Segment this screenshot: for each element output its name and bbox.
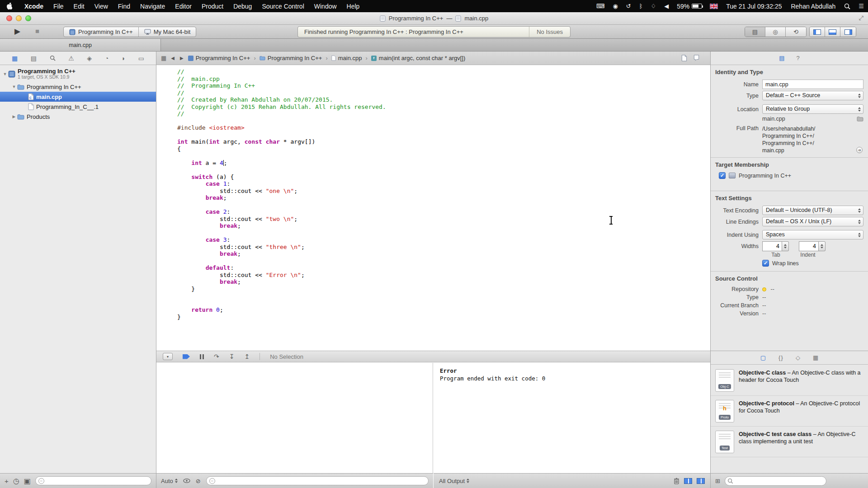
code-line[interactable]: std::cout << "two \n";: [177, 216, 710, 223]
battery-menu-item[interactable]: 59%: [673, 3, 706, 10]
fullscreen-icon[interactable]: ⤢: [859, 14, 863, 22]
filter-scope-icon[interactable]: –: [38, 478, 44, 484]
code-line[interactable]: }: [177, 286, 710, 293]
code-line[interactable]: std::cout << "one \n";: [177, 188, 710, 195]
code-line[interactable]: return 0;: [177, 306, 710, 314]
breadcrumb-project[interactable]: Programming In C++: [188, 55, 250, 61]
time-machine-menu-icon[interactable]: ↺: [622, 3, 635, 9]
code-line[interactable]: [177, 131, 710, 139]
indent-width-stepper[interactable]: [799, 241, 826, 251]
code-line[interactable]: std::cout << "Error \n";: [177, 272, 710, 279]
apple-menu-icon[interactable]: [0, 3, 19, 9]
disclosure-closed-icon[interactable]: ▶: [11, 114, 17, 119]
input-language-flag-icon[interactable]: [706, 4, 722, 9]
related-items-icon[interactable]: ▦: [161, 55, 166, 61]
comment-doc-icon[interactable]: [693, 55, 699, 61]
code-line[interactable]: }: [177, 314, 710, 321]
console-output[interactable]: Error Program ended with exit code: 0: [434, 363, 710, 473]
code-line[interactable]: break;: [177, 222, 710, 230]
go-forward-button[interactable]: ▶: [179, 56, 184, 61]
version-editor-button[interactable]: ⟲: [786, 27, 806, 37]
scheme-segment[interactable]: Programming In C++: [64, 27, 138, 37]
toggle-utilities-button[interactable]: [840, 27, 856, 37]
code-line[interactable]: //: [177, 68, 710, 75]
code-line[interactable]: //: [177, 89, 710, 97]
output-scope-dropdown[interactable]: All Output: [439, 478, 469, 484]
pause-button[interactable]: [200, 354, 204, 359]
code-snippet-library-icon[interactable]: { }: [778, 354, 783, 361]
code-line[interactable]: break;: [177, 278, 710, 286]
scm-status-icon[interactable]: ▣: [24, 477, 31, 485]
indent-using-dropdown[interactable]: Spaces: [762, 230, 863, 239]
step-out-button[interactable]: ↥: [244, 353, 250, 360]
clear-console-trash-icon[interactable]: [674, 478, 679, 484]
wrap-lines-checkbox[interactable]: ✓: [762, 260, 769, 267]
step-into-button[interactable]: ↧: [229, 353, 235, 360]
tab-width-stepper[interactable]: [762, 241, 789, 251]
toggle-debug-area-button[interactable]: [825, 27, 840, 37]
code-line[interactable]: // Created by Rehan Abdullah on 20/07/20…: [177, 96, 710, 103]
counterpart-file-icon[interactable]: [681, 55, 687, 61]
code-line[interactable]: int main(int argc, const char * argv[]): [177, 138, 710, 145]
menu-debug[interactable]: Debug: [228, 0, 257, 12]
tab-width-field[interactable]: [762, 241, 782, 251]
tree-row-project[interactable]: ▼ Programming In C++ 1 target, OS X SDK …: [0, 66, 156, 82]
code-line[interactable]: [177, 292, 710, 300]
code-line[interactable]: [177, 152, 710, 160]
code-line[interactable]: break;: [177, 250, 710, 258]
add-icon[interactable]: +: [5, 477, 9, 485]
scheme-selector[interactable]: Programming In C++ My Mac 64-bit: [63, 27, 196, 37]
test-navigator-icon[interactable]: ◈: [87, 55, 92, 62]
spotlight-search-icon[interactable]: [840, 3, 854, 9]
name-field[interactable]: [762, 80, 863, 89]
code-line[interactable]: [177, 202, 710, 209]
hide-debug-area-button[interactable]: ▾: [163, 353, 173, 360]
menu-xcode[interactable]: Xcode: [19, 0, 48, 12]
window-titlebar[interactable]: Programming In C++ — main.cpp ⤢: [0, 12, 868, 25]
filter-scope-icon[interactable]: –: [209, 478, 215, 484]
file-template-library-icon[interactable]: ▢: [760, 354, 766, 361]
code-line[interactable]: default:: [177, 264, 710, 272]
library-search-field[interactable]: [725, 476, 826, 486]
disclosure-open-icon[interactable]: ▼: [11, 84, 17, 89]
menu-window[interactable]: Window: [309, 0, 342, 12]
show-console-view-button[interactable]: [697, 478, 705, 484]
tab-main-cpp[interactable]: main.cpp: [0, 39, 161, 51]
reveal-in-finder-icon[interactable]: ➜: [856, 147, 863, 153]
issues-status-text[interactable]: No Issues: [529, 28, 570, 35]
menu-source-control[interactable]: Source Control: [257, 0, 309, 12]
menu-clock[interactable]: Tue 21 Jul 09:32:25: [722, 3, 786, 10]
debug-navigator-icon[interactable]: ◔: [105, 55, 108, 62]
zoom-window-button[interactable]: [25, 15, 31, 21]
code-line[interactable]: // main.cpp: [177, 75, 710, 83]
notification-center-icon[interactable]: ☰: [854, 3, 868, 9]
go-back-button[interactable]: ◀: [170, 56, 175, 61]
code-line[interactable]: int a = 4;: [177, 160, 710, 167]
library-item-objc-protocol[interactable]: h Proto Objective-C protocol – An Object…: [711, 396, 868, 427]
show-variables-view-button[interactable]: [684, 478, 692, 484]
tree-row-other-file[interactable]: Programming_In_C__.1: [0, 102, 156, 112]
toggle-navigator-button[interactable]: [810, 27, 825, 37]
code-line[interactable]: [177, 166, 710, 174]
tree-row-main-cpp[interactable]: C main.cpp: [0, 92, 156, 102]
disclosure-open-icon[interactable]: ▼: [2, 72, 8, 76]
code-line[interactable]: [177, 230, 710, 237]
code-line[interactable]: std::cout << "three \n";: [177, 244, 710, 251]
breadcrumb-group[interactable]: Programming In C++: [259, 55, 322, 61]
line-endings-dropdown[interactable]: Default – OS X / Unix (LF): [762, 217, 863, 226]
code-line[interactable]: case 3:: [177, 236, 710, 244]
run-button[interactable]: ▶: [14, 27, 20, 36]
menu-product[interactable]: Product: [197, 0, 228, 12]
menu-edit[interactable]: Edit: [69, 0, 90, 12]
search-navigator-icon[interactable]: [50, 55, 56, 61]
breadcrumb-symbol[interactable]: f main(int argc, const char * argv[]): [371, 55, 465, 61]
issue-navigator-icon[interactable]: ⚠: [68, 55, 74, 62]
target-membership-checkbox[interactable]: ✓: [719, 172, 726, 179]
menu-view[interactable]: View: [90, 0, 113, 12]
menu-find[interactable]: Find: [113, 0, 135, 12]
code-line[interactable]: // Copyright (c) 2015 Rehan Abdullah. Al…: [177, 103, 710, 111]
code-line[interactable]: [177, 300, 710, 307]
breakpoints-enabled-icon[interactable]: [183, 354, 190, 359]
bluetooth-menu-icon[interactable]: ᛒ: [635, 3, 647, 9]
variables-pane[interactable]: [156, 363, 433, 473]
